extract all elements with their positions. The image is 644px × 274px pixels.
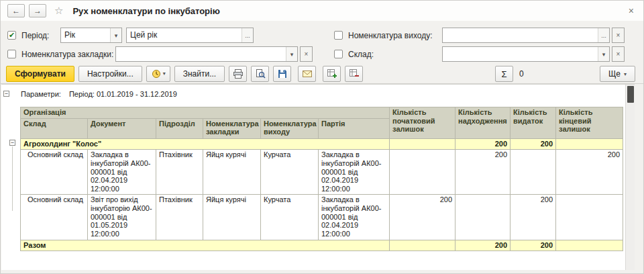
nom-output-input[interactable]: ... [442, 28, 610, 43]
vertical-scrollbar[interactable] [625, 85, 635, 270]
report-window: ← → ☆ Рух номенклатури по інкубаторію × … [0, 0, 644, 274]
scrollbar-thumb[interactable] [627, 86, 634, 103]
print-icon [233, 68, 244, 79]
expand-groups-button[interactable] [323, 66, 341, 82]
cell-total-start[interactable] [390, 240, 455, 251]
header-dokument[interactable]: Документ [88, 118, 156, 138]
cell-dokument[interactable]: Закладка в інкубаторій АК00-000001 від 0… [88, 150, 156, 195]
expand-groups-icon [327, 68, 337, 79]
warehouse-clear-button[interactable]: × [612, 46, 625, 62]
header-sklad[interactable]: Склад [21, 118, 88, 138]
nom-output-checkbox[interactable] [334, 31, 343, 40]
cell-group-out[interactable]: 200 [511, 138, 556, 150]
header-partiya[interactable]: Партія [319, 118, 390, 138]
cell-in[interactable] [455, 195, 511, 240]
cell-partiya[interactable]: Закладка в інкубаторій АК00-000001 від 0… [319, 150, 390, 195]
close-icon[interactable]: × [626, 5, 637, 17]
period-value-input[interactable]: Цей рік ... [126, 28, 254, 43]
cell-end[interactable]: 200 [556, 150, 623, 195]
header-qty-start[interactable]: Кількість початковий залишок [390, 107, 455, 139]
cell-start[interactable]: 200 [390, 195, 455, 240]
period-checkbox[interactable]: ✔ [7, 31, 16, 40]
chevron-down-icon[interactable]: ▾ [598, 47, 609, 61]
report-group-row: Агрохолдинг "Колос" 200 200 [21, 138, 623, 150]
cell-total-in[interactable]: 200 [455, 240, 511, 251]
favorite-star-icon[interactable]: ☆ [54, 5, 63, 17]
generate-button[interactable]: Сформувати [6, 66, 74, 82]
header-qty-out[interactable]: Кількість видаток [511, 107, 556, 139]
ellipsis-icon[interactable]: ... [241, 28, 253, 42]
forward-button[interactable]: → [29, 4, 46, 17]
chevron-down-icon[interactable]: ▾ [286, 47, 297, 61]
cell-nom-zakladky[interactable]: Яйця курячі [203, 150, 261, 195]
cell-start[interactable] [390, 150, 455, 195]
cell-group-in[interactable]: 200 [455, 138, 511, 150]
report-variant-icon [151, 68, 162, 79]
cell-partiya[interactable]: Закладка в інкубаторій АК00-000001 від 0… [319, 195, 390, 240]
cell-group-start[interactable] [390, 138, 455, 150]
nom-bookmark-input[interactable]: ▾ [115, 46, 298, 62]
filter-nom-output: Номенклатура виходу: ... × [334, 28, 625, 43]
send-mail-button[interactable] [298, 66, 316, 82]
cell-sklad[interactable]: Основний склад [21, 195, 88, 240]
back-button[interactable]: ← [7, 4, 25, 17]
cell-nom-vykhodu[interactable]: Курчата [261, 195, 319, 240]
period-type-value: Рік [61, 28, 110, 42]
page-title: Рух номенклатури по інкубаторію [72, 6, 219, 16]
report-variant-button[interactable]: ▾ [146, 66, 170, 82]
autosum-value: 0 [519, 69, 524, 79]
header-org[interactable]: Організація [21, 107, 390, 119]
warehouse-input[interactable]: ▾ [442, 46, 610, 62]
parameters-value: Період: 01.01.2019 - 31.12.2019 [69, 90, 177, 98]
save-icon [277, 68, 288, 79]
nom-bookmark-value [116, 47, 286, 61]
print-preview-button[interactable] [251, 66, 269, 82]
cell-out[interactable]: 200 [511, 195, 556, 240]
print-button[interactable] [229, 66, 247, 82]
filter-period: ✔ Період: Рік ▾ Цей рік ... [7, 28, 254, 43]
period-label: Період: [21, 31, 60, 40]
header-qty-in[interactable]: Кількість надходження [455, 107, 511, 139]
titlebar: ← → ☆ Рух номенклатури по інкубаторію × [1, 1, 643, 21]
find-button[interactable]: Знайти... [174, 66, 225, 82]
ellipsis-icon[interactable]: ... [598, 28, 609, 42]
nom-output-clear-button[interactable]: × [612, 28, 625, 43]
settings-button[interactable]: Настройки... [78, 66, 142, 82]
cell-nom-zakladky[interactable]: Яйця курячі [203, 195, 261, 240]
nom-bookmark-clear-button[interactable]: × [300, 46, 313, 62]
cell-in[interactable]: 200 [455, 150, 511, 195]
check-icon: ✔ [9, 31, 15, 39]
autosum-button[interactable]: Σ [495, 66, 513, 82]
cell-pidrozdil[interactable]: Птахівник [156, 150, 203, 195]
collapse-groups-button[interactable] [345, 66, 363, 82]
cell-total-end[interactable] [556, 240, 623, 251]
cell-total-out[interactable]: 200 [511, 240, 556, 251]
cell-total-label[interactable]: Разом [21, 240, 390, 251]
nom-bookmark-label: Номенклатура закладки: [21, 50, 115, 59]
collapse-group-button[interactable]: − [9, 140, 15, 146]
warehouse-checkbox[interactable] [334, 50, 343, 58]
header-qty-end[interactable]: Кількість кінцевий залишок [556, 107, 623, 139]
report-area: − − Параметри: Період: 01.01.2019 - 31.1… [1, 84, 635, 270]
cell-group-end[interactable] [556, 138, 623, 150]
cell-group-label[interactable]: Агрохолдинг "Колос" [21, 138, 390, 150]
period-type-select[interactable]: Рік ▾ [60, 28, 122, 43]
more-button[interactable]: Ще ▾ [600, 66, 635, 82]
cell-sklad[interactable]: Основний склад [21, 150, 88, 195]
autosum-group: Σ 0 [495, 66, 524, 82]
header-nom-zakladky[interactable]: Номенклатура закладки [203, 118, 261, 138]
report-total-row: Разом 200 200 [21, 240, 623, 251]
cell-pidrozdil[interactable]: Птахівник [156, 195, 203, 240]
header-pidrozdil[interactable]: Підрозділ [156, 118, 203, 138]
cell-nom-vykhodu[interactable]: Курчата [261, 150, 319, 195]
cell-end[interactable] [556, 195, 623, 240]
more-button-label: Ще [608, 69, 621, 79]
collapse-report-button[interactable]: − [3, 91, 9, 97]
cell-dokument[interactable]: Звіт про вихід інкубаторію АК00-000001 в… [88, 195, 156, 240]
nom-bookmark-checkbox[interactable] [7, 50, 16, 58]
report-grid: Організація Кількість початковий залишок… [20, 107, 623, 251]
chevron-down-icon[interactable]: ▾ [110, 28, 121, 42]
header-nom-vykhodu[interactable]: Номенклатура виходу [261, 118, 319, 138]
cell-out[interactable] [511, 150, 556, 195]
save-button[interactable] [273, 66, 291, 82]
